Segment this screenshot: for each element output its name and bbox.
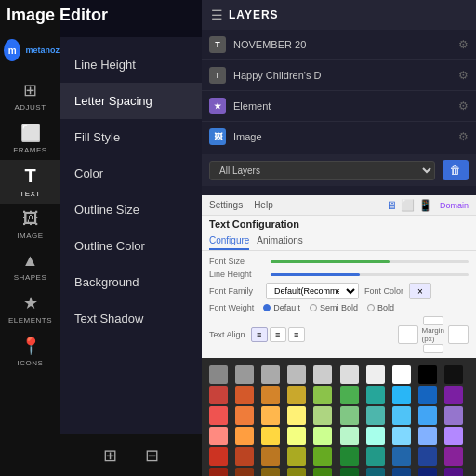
sidebar-item-image[interactable]: 🖼 IMAGE [0,204,60,245]
color-swatch[interactable] [366,447,385,466]
layout-btn[interactable]: ⊞ [99,441,122,470]
settings-menu-settings[interactable]: Settings [209,198,243,212]
color-swatch[interactable] [235,386,254,404]
tool-color[interactable]: Color [60,155,202,192]
align-left-btn[interactable]: ≡ [251,327,268,342]
tab-configure[interactable]: Configure [209,232,249,250]
color-swatch[interactable] [444,365,463,384]
tool-outline-size[interactable]: Outline Size [60,192,202,228]
color-swatch[interactable] [235,365,254,384]
color-swatch[interactable] [392,427,411,445]
color-swatch[interactable] [261,365,280,384]
sidebar-item-shapes[interactable]: ▲ SHAPES [0,245,60,287]
color-swatch[interactable] [209,406,228,425]
color-swatch[interactable] [261,406,280,425]
color-swatch[interactable] [287,365,306,384]
settings-menu-help[interactable]: Help [254,198,273,212]
color-swatch[interactable] [209,365,228,384]
sidebar-item-frames[interactable]: ⬜ FRAMES [0,117,60,160]
weight-bold[interactable]: Bold [367,303,394,312]
margin-left-box[interactable] [398,325,418,344]
sidebar-item-elements[interactable]: ★ ELEMENTS [0,287,60,330]
color-swatch[interactable] [287,468,306,476]
color-swatch[interactable] [313,406,332,425]
color-swatch[interactable] [392,365,411,384]
color-swatch[interactable] [313,427,332,445]
sidebar-item-adjust[interactable]: ⊞ ADJUST [0,74,60,117]
font-size-slider[interactable] [271,260,469,263]
color-swatch[interactable] [340,427,359,445]
sidebar-item-text[interactable]: T TEXT [0,160,60,204]
margin-bottom-box[interactable] [423,344,443,353]
color-swatch[interactable] [418,386,437,404]
layers-delete-button[interactable]: 🗑 [443,160,469,180]
color-swatch[interactable] [418,447,437,466]
color-swatch[interactable] [366,468,385,476]
color-swatch[interactable] [418,406,437,425]
margin-right-box[interactable] [448,325,469,344]
layer-gear-november[interactable]: ⚙ [458,38,469,51]
color-swatch[interactable] [209,427,228,445]
color-swatch[interactable] [235,447,254,466]
color-swatch[interactable] [444,427,463,445]
color-swatch[interactable] [287,406,306,425]
color-swatch[interactable] [209,386,228,404]
color-swatch[interactable] [261,468,280,476]
tool-background[interactable]: Background [60,264,202,300]
color-swatch[interactable] [340,365,359,384]
color-swatch[interactable] [340,468,359,476]
tool-fill-style[interactable]: Fill Style [60,119,202,155]
color-swatch[interactable] [392,386,411,404]
color-swatch[interactable] [366,427,385,445]
tool-text-shadow[interactable]: Text Shadow [60,300,202,337]
layer-item-november[interactable]: T NOVEMBER 20 ⚙ [202,30,476,60]
sidebar-item-icons[interactable]: 📍 ICONS [0,330,60,377]
layer-gear-image[interactable]: ⚙ [458,130,469,143]
layer-item-image[interactable]: 🖼 Image ⚙ [202,122,476,152]
color-swatch[interactable] [392,406,411,425]
color-swatch[interactable] [261,447,280,466]
color-swatch[interactable] [313,365,332,384]
color-swatch[interactable] [313,386,332,404]
color-swatch[interactable] [235,427,254,445]
color-swatch[interactable] [366,386,385,404]
layer-gear-element[interactable]: ⚙ [458,99,469,112]
color-swatch[interactable] [313,447,332,466]
line-height-slider[interactable] [271,273,469,276]
color-swatch[interactable] [287,386,306,404]
tab-animations[interactable]: Animations [257,232,302,250]
layers-filter-select[interactable]: All Layers [209,161,435,180]
color-swatch[interactable] [418,427,437,445]
weight-default[interactable]: Default [263,303,300,312]
color-swatch[interactable] [392,468,411,476]
color-swatch[interactable] [340,406,359,425]
color-swatch[interactable] [418,468,437,476]
color-swatch[interactable] [366,365,385,384]
color-swatch[interactable] [444,406,463,425]
color-swatch[interactable] [366,406,385,425]
align-right-btn[interactable]: ≡ [288,327,305,342]
color-swatch[interactable] [444,468,463,476]
color-swatch[interactable] [444,386,463,404]
tool-letter-spacing[interactable]: Letter Spacing [60,83,202,119]
color-swatch[interactable] [209,468,228,476]
color-swatch[interactable] [313,468,332,476]
color-swatch[interactable] [235,406,254,425]
color-swatch[interactable] [287,427,306,445]
export-btn[interactable]: ⊟ [140,441,164,470]
layer-item-element[interactable]: ★ Element ⚙ [202,91,476,122]
color-swatch[interactable] [235,468,254,476]
mobile-icon[interactable]: 📱 [418,199,432,212]
tool-line-height[interactable]: Line Height [60,46,202,83]
font-family-select[interactable]: Default(Recommen... [266,283,359,299]
layer-item-happy[interactable]: T Happy Children's D ⚙ [202,60,476,91]
color-swatch[interactable] [392,447,411,466]
color-swatch[interactable] [418,365,437,384]
margin-top-box[interactable] [423,316,443,325]
tool-outline-color[interactable]: Outline Color [60,228,202,264]
tablet-icon[interactable]: ⬜ [401,199,415,212]
color-swatch[interactable] [340,386,359,404]
color-swatch[interactable] [444,447,463,466]
color-swatch[interactable] [287,447,306,466]
weight-semibold[interactable]: Semi Bold [310,303,358,312]
